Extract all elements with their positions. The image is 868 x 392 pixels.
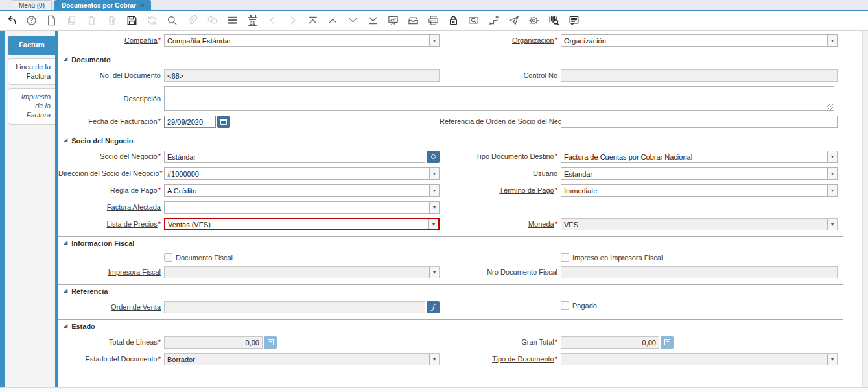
comments-icon[interactable] <box>567 14 581 27</box>
section-socio-del-negocio[interactable]: ◢ Socio del Negocio <box>58 134 843 146</box>
section-estado[interactable]: ◢ Estado <box>58 319 843 332</box>
product-info-icon[interactable] <box>547 14 561 27</box>
record-info-button[interactable] <box>427 151 440 163</box>
collapse-triangle-icon: ◢ <box>64 240 67 245</box>
chevron-down-icon[interactable]: ▾ <box>429 185 439 196</box>
orden-venta-link[interactable]: Orden de Venta <box>111 303 161 311</box>
calculator-button[interactable] <box>661 336 674 349</box>
next-sequence-icon[interactable] <box>286 14 299 27</box>
termino-pago-link[interactable]: Término de Pago <box>499 186 554 194</box>
zoom-across-icon[interactable] <box>467 14 480 27</box>
calendar-icon[interactable]: 31 <box>246 14 259 27</box>
tipo-doc-destino-label: Tipo Documento Destino* <box>440 151 561 163</box>
workflow-icon[interactable] <box>487 14 500 27</box>
chevron-down-icon[interactable]: ▾ <box>827 185 837 196</box>
tab-linea-de-la-factura[interactable]: Linea de la Factura <box>8 58 55 86</box>
tipo-documento-select[interactable]: ▾ <box>561 353 838 365</box>
compania-link[interactable]: Compañía <box>124 36 158 44</box>
chevron-down-icon[interactable]: ▾ <box>827 168 837 179</box>
factura-afectada-link[interactable]: Factura Afectada <box>107 203 161 211</box>
refresh-icon[interactable] <box>145 14 159 27</box>
last-record-icon[interactable] <box>366 14 380 27</box>
fecha-facturacion-input[interactable]: 29/09/2020 <box>164 116 216 128</box>
first-record-icon[interactable] <box>306 14 320 27</box>
tab-impuesto-de-la-factura[interactable]: Impuesto de la Factura <box>8 88 55 124</box>
report-icon[interactable] <box>386 14 400 27</box>
section-documento[interactable]: ◢ Documento <box>58 53 843 65</box>
chevron-down-icon[interactable]: ▾ <box>429 354 439 365</box>
chevron-down-icon[interactable]: ▾ <box>827 151 837 162</box>
new-record-icon[interactable] <box>45 14 58 27</box>
chevron-down-icon[interactable]: ▾ <box>429 202 439 213</box>
lista-precios-select[interactable]: Ventas (VES) ▾ <box>164 218 440 230</box>
compania-select[interactable]: Compañía Estándar ▾ <box>164 34 440 47</box>
usuario-link[interactable]: Usuario <box>533 169 557 177</box>
preferences-icon[interactable] <box>527 14 541 27</box>
checkbox-icon[interactable] <box>164 253 172 262</box>
save-icon[interactable] <box>125 14 139 27</box>
undo-icon[interactable] <box>5 14 18 27</box>
previous-record-icon[interactable] <box>326 14 340 27</box>
estado-documento-select[interactable]: Borrador ▾ <box>164 353 440 365</box>
grid-toggle-icon[interactable] <box>226 14 239 27</box>
direccion-socio-select[interactable]: #1000000 ▾ <box>164 167 440 180</box>
socio-negocio-input[interactable]: Estándar <box>164 151 425 163</box>
collapse-triangle-icon: ◢ <box>64 323 67 328</box>
zoom-record-button[interactable]: ƒ <box>427 301 440 313</box>
organizacion-select[interactable]: Organización ▾ <box>561 34 838 47</box>
find-icon[interactable] <box>165 14 179 27</box>
tipo-documento-link[interactable]: Tipo de Documento <box>492 355 554 363</box>
previous-sequence-icon[interactable] <box>266 14 279 27</box>
vertical-scrollbar[interactable] <box>862 31 868 387</box>
impresora-fiscal-link[interactable]: Impresora Fiscal <box>108 268 161 276</box>
chevron-down-icon[interactable]: ▾ <box>428 219 438 229</box>
tipo-doc-destino-link[interactable]: Tipo Documento Destino <box>476 153 554 160</box>
checkbox-icon[interactable] <box>561 253 569 262</box>
referencia-orden-input[interactable] <box>561 116 838 128</box>
delete-record-icon[interactable] <box>85 14 99 27</box>
lock-icon[interactable] <box>447 14 460 27</box>
tab-menu[interactable]: Menú (0) <box>12 0 52 10</box>
lista-precios-link[interactable]: Lista de Precios <box>106 220 157 228</box>
moneda-link[interactable]: Moneda <box>528 220 554 228</box>
socio-negocio-link[interactable]: Socio del Negocio <box>100 153 158 160</box>
chevron-down-icon[interactable]: ▾ <box>429 168 439 179</box>
chevron-down-icon[interactable]: ▾ <box>827 35 837 46</box>
chevron-down-icon[interactable]: ▾ <box>429 35 439 46</box>
tipo-doc-destino-select[interactable]: Factura de Cuentas por Cobrar Nacional ▾ <box>561 151 838 163</box>
checkbox-icon[interactable] <box>561 301 569 310</box>
copy-record-icon[interactable] <box>65 14 78 27</box>
send-request-icon[interactable] <box>507 14 521 27</box>
chevron-down-icon[interactable]: ▾ <box>827 219 837 230</box>
chevron-down-icon[interactable]: ▾ <box>827 354 837 365</box>
direccion-socio-link[interactable]: Dirección del Socio del Negocio <box>58 169 159 177</box>
usuario-select[interactable]: Estandar ▾ <box>561 167 838 180</box>
chevron-down-icon[interactable]: ▾ <box>429 267 439 278</box>
chat-icon[interactable] <box>205 14 219 27</box>
section-informacion-fiscal[interactable]: ◢ Informacion Fiscal <box>58 236 843 249</box>
orden-venta-field[interactable] <box>164 301 425 313</box>
pagado-checkbox[interactable]: Pagado <box>561 301 597 310</box>
calendar-picker-button[interactable] <box>217 116 230 128</box>
tab-documentos-por-cobrar[interactable]: Documentos por Cobrar × <box>54 0 151 10</box>
attachment-icon[interactable] <box>185 14 199 27</box>
calculator-button[interactable] <box>264 336 277 349</box>
archive-icon[interactable] <box>406 14 420 27</box>
impresora-fiscal-select[interactable]: ▾ <box>164 266 440 278</box>
descripcion-textarea[interactable] <box>164 86 834 111</box>
referencia-orden-label: Referencia de Orden de Socio del Negocio <box>440 116 561 128</box>
factura-afectada-select[interactable]: ▾ <box>164 201 440 214</box>
documento-fiscal-checkbox[interactable]: Documento Fiscal <box>164 253 233 262</box>
delete-selection-icon[interactable] <box>105 14 119 27</box>
tab-factura[interactable]: Factura <box>8 36 55 55</box>
next-record-icon[interactable] <box>346 14 360 27</box>
help-icon[interactable] <box>25 14 38 27</box>
regla-pago-select[interactable]: A Crédito ▾ <box>164 184 440 197</box>
moneda-select[interactable]: VES ▾ <box>561 218 838 230</box>
section-referencia[interactable]: ◢ Referencia <box>58 284 843 297</box>
impreso-impresora-fiscal-checkbox[interactable]: Impreso en Impresora Fiscal <box>561 253 663 262</box>
organizacion-link[interactable]: Organización <box>512 36 554 44</box>
termino-pago-select[interactable]: Immediate ▾ <box>561 184 838 197</box>
print-icon[interactable] <box>427 14 440 27</box>
close-icon[interactable]: × <box>140 2 144 9</box>
